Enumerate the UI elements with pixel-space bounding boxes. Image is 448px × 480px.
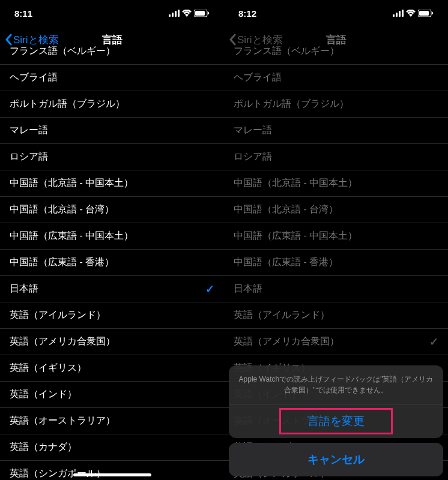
list-item: 英語（アイルランド） [224,302,448,329]
list-item: ヘブライ語 [224,65,448,91]
language-label: ポルトガル語（ブラジル） [10,98,125,110]
list-item: ロシア語 [224,144,448,170]
language-label: 日本語 [10,283,38,295]
list-item: マレー語 [224,118,448,144]
language-label: 英語（アイルランド） [10,309,106,322]
list-item: 中国語（北京語 - 中国本土） [224,170,448,197]
cellular-icon [169,10,180,17]
language-label: 日本語 [234,283,262,295]
language-list[interactable]: フランス語（ベルギー）ヘブライ語ポルトガル語（ブラジル）マレー語ロシア語中国語（… [0,38,224,480]
language-label: ヘブライ語 [10,71,58,84]
change-language-button[interactable]: 言語を変更 [229,404,443,438]
list-item[interactable]: 日本語✓ [0,276,224,302]
language-label: 中国語（北京語 - 台湾） [234,203,338,216]
language-label: 英語（カナダ） [10,441,77,454]
checkmark-icon: ✓ [429,335,438,349]
cellular-icon [393,10,404,17]
language-label: マレー語 [10,124,48,137]
list-item[interactable]: 英語（アメリカ合衆国） [0,329,224,355]
battery-icon [194,10,210,17]
list-item: 中国語（広東語 - 中国本土） [224,223,448,250]
svg-rect-6 [208,12,209,14]
language-label: 英語（アメリカ合衆国） [10,335,115,348]
list-item: 中国語（北京語 - 台湾） [224,197,448,223]
language-label: ロシア語 [10,151,48,163]
list-item[interactable]: 英語（アイルランド） [0,302,224,329]
checkmark-icon: ✓ [205,283,214,296]
language-label: 英語（インド） [10,388,77,401]
list-item[interactable]: 中国語（広東語 - 香港） [0,250,224,276]
list-item[interactable]: 中国語（広東語 - 中国本土） [0,223,224,250]
language-label: 英語（イギリス） [10,362,86,374]
svg-rect-10 [402,10,404,17]
svg-rect-2 [175,11,177,17]
svg-rect-3 [178,10,180,17]
list-item[interactable]: 英語（イギリス） [0,355,224,382]
status-indicators [169,10,210,17]
status-time: 8:11 [14,8,32,19]
language-label: 英語（アメリカ合衆国） [234,335,339,348]
list-item[interactable]: ロシア語 [0,144,224,170]
language-label: 中国語（北京語 - 中国本土） [10,177,133,190]
status-bar: 8:12 [224,0,448,26]
wifi-icon [182,10,192,17]
language-label: ヘブライ語 [234,71,282,84]
back-button: Siriと検索 [229,33,283,47]
language-label: マレー語 [234,124,272,137]
back-button[interactable]: Siriと検索 [5,33,59,47]
language-label: 中国語（広東語 - 中国本土） [10,230,133,242]
list-item[interactable]: ポルトガル語（ブラジル） [0,91,224,118]
screen-right: 8:12 Siriと検索 言語 フランス語（ベルギー）ヘブライ語ポルトガル語（ブ… [224,0,448,480]
svg-rect-8 [396,13,398,17]
list-item: 英語（アメリカ合衆国）✓ [224,329,448,355]
svg-rect-7 [393,14,395,17]
language-label: 英語（オーストラリア） [10,415,115,427]
back-label: Siriと検索 [237,33,283,47]
language-label: 中国語（広東語 - 香港） [10,256,114,269]
sheet-group: Apple Watchでの読み上げフィードバックは"英語（アメリカ合衆国）"では… [229,365,443,438]
chevron-left-icon [229,34,236,46]
chevron-left-icon [5,34,12,46]
cancel-button[interactable]: キャンセル [229,443,443,476]
list-item: 日本語 [224,276,448,302]
language-label: ポルトガル語（ブラジル） [234,98,349,110]
list-item[interactable]: 英語（カナダ） [0,434,224,461]
screen-left: 8:11 Siriと検索 言語 フランス語（ベルギー）ヘブライ語ポルトガル語（ブ… [0,0,224,480]
status-time: 8:12 [238,8,256,19]
language-label: 中国語（広東語 - 中国本土） [234,230,357,242]
svg-rect-1 [172,13,174,17]
svg-rect-5 [195,11,205,16]
list-item[interactable]: 中国語（北京語 - 台湾） [0,197,224,223]
cancel-label: キャンセル [307,452,365,467]
language-label: 中国語（広東語 - 香港） [234,256,338,269]
page-title: 言語 [326,33,347,47]
back-label: Siriと検索 [13,33,59,47]
page-title: 言語 [102,33,123,47]
list-item[interactable]: ヘブライ語 [0,65,224,91]
list-item[interactable]: 英語（オーストラリア） [0,408,224,434]
status-indicators [393,10,434,17]
nav-bar: Siriと検索 言語 [0,26,224,53]
list-item[interactable]: 英語（シンガポール） [0,461,224,480]
list-item: 中国語（広東語 - 香港） [224,250,448,276]
list-item: ポルトガル語（ブラジル） [224,91,448,118]
language-label: ロシア語 [234,151,272,163]
sheet-message: Apple Watchでの読み上げフィードバックは"英語（アメリカ合衆国）"では… [229,365,443,404]
list-item[interactable]: 中国語（北京語 - 中国本土） [0,170,224,197]
home-indicator[interactable] [73,473,151,476]
svg-rect-9 [399,11,401,17]
svg-rect-12 [419,11,429,16]
wifi-icon [406,10,416,17]
svg-rect-13 [432,12,433,14]
change-language-label: 言語を変更 [307,413,365,429]
nav-bar: Siriと検索 言語 [224,26,448,53]
list-item[interactable]: マレー語 [0,118,224,144]
language-label: 中国語（北京語 - 中国本土） [234,177,357,190]
action-sheet: Apple Watchでの読み上げフィードバックは"英語（アメリカ合衆国）"では… [229,365,443,476]
status-bar: 8:11 [0,0,224,26]
svg-rect-0 [169,14,171,17]
battery-icon [418,10,434,17]
language-label: 英語（アイルランド） [234,309,330,322]
list-item[interactable]: 英語（インド） [0,382,224,408]
language-label: 中国語（北京語 - 台湾） [10,203,114,216]
